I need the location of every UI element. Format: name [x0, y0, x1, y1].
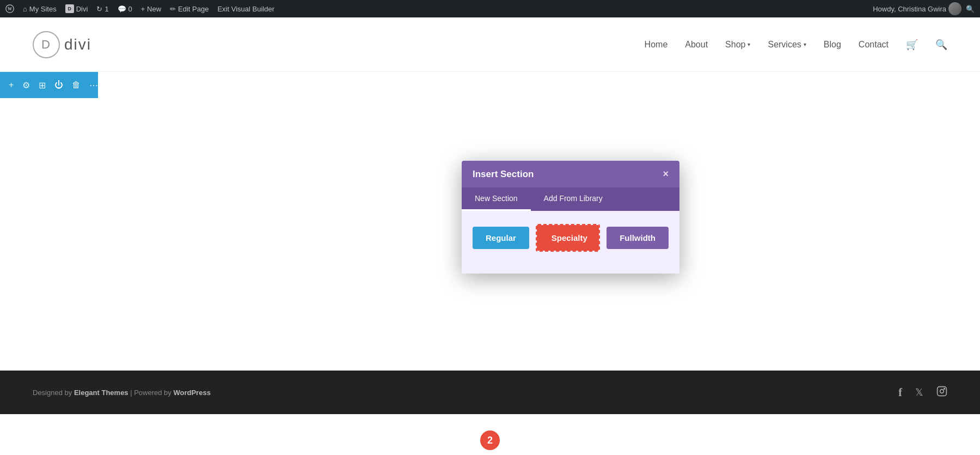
settings-icon[interactable]: ⚙ [22, 80, 30, 90]
more-options-icon[interactable]: ⋯ [89, 80, 98, 90]
my-sites-item[interactable]: ⌂ My Sites [23, 5, 57, 13]
step-badge-2: 2 [480, 430, 500, 450]
services-chevron-icon: ▾ [804, 41, 806, 47]
nav-about[interactable]: About [685, 40, 708, 50]
wordpress-icon: W [5, 4, 14, 13]
nav-services[interactable]: Services ▾ [768, 40, 806, 50]
power-icon[interactable]: ⏻ [54, 80, 63, 90]
builder-toolbar: + ⚙ ⊞ ⏻ 🗑 ⋯ [0, 72, 98, 98]
instagram-icon[interactable] [936, 386, 947, 399]
nav-shop[interactable]: Shop ▾ [725, 40, 750, 50]
updates-icon: ↻ [96, 5, 102, 13]
new-label: + New [141, 5, 161, 13]
modal-header: Insert Section × [462, 161, 679, 187]
user-item[interactable]: Howdy, Christina Gwira [873, 2, 961, 15]
logo-letter: D [41, 38, 51, 52]
nav-home-label: Home [645, 40, 668, 50]
search-icon: 🔍 [966, 5, 975, 13]
wordpress-link[interactable]: WordPress [173, 389, 210, 397]
nav-home[interactable]: Home [645, 40, 668, 50]
edit-page-item[interactable]: ✏ Edit Page [170, 5, 209, 13]
shop-chevron-icon: ▾ [748, 41, 750, 47]
exit-builder-item[interactable]: Exit Visual Builder [217, 5, 274, 13]
cart-icon[interactable]: 🛒 [906, 39, 918, 51]
add-from-library-tab-label: Add From Library [544, 194, 603, 203]
nav-blog[interactable]: Blog [824, 40, 841, 50]
edit-icon: ✏ [170, 5, 176, 13]
nav-about-label: About [685, 40, 708, 50]
updates-item[interactable]: ↻ 1 [96, 5, 108, 13]
fullwidth-section-button[interactable]: Fullwidth [607, 227, 669, 249]
specialty-group: Specialty [536, 224, 600, 252]
divi-label: Divi [76, 5, 88, 13]
add-section-icon[interactable]: + [9, 80, 14, 90]
modal-footer [462, 265, 679, 274]
specialty-section-button[interactable]: Specialty [537, 225, 600, 251]
header-search-icon[interactable]: 🔍 [935, 39, 947, 51]
svg-rect-2 [938, 386, 947, 396]
elegant-themes-link[interactable]: Elegant Themes [74, 389, 128, 397]
insert-section-modal: Insert Section × New Section Add From Li… [462, 161, 679, 274]
tab-new-section[interactable]: New Section [462, 187, 531, 211]
nav-shop-label: Shop [725, 40, 745, 50]
twitter-icon[interactable]: 𝕏 [915, 386, 923, 398]
nav-contact-label: Contact [859, 40, 889, 50]
home-icon: ⌂ [23, 5, 27, 13]
logo-circle: D [33, 31, 60, 58]
site-header: D divi Home About Shop ▾ Services ▾ Blog [0, 17, 980, 72]
admin-bar-right: Howdy, Christina Gwira 🔍 [873, 2, 975, 15]
exit-builder-label: Exit Visual Builder [217, 5, 274, 13]
comments-count: 0 [128, 5, 132, 13]
nav-services-label: Services [768, 40, 801, 50]
modal-tabs: New Section Add From Library [462, 187, 679, 211]
comments-item[interactable]: 💬 0 [118, 5, 132, 13]
wp-logo-item[interactable]: W [5, 4, 14, 13]
nav-contact[interactable]: Contact [859, 40, 889, 50]
site-footer: Designed by Elegant Themes | Powered by … [0, 371, 980, 414]
footer-text: Designed by Elegant Themes | Powered by … [33, 389, 211, 397]
page-below: 2 ••• [0, 414, 980, 455]
site-nav: Home About Shop ▾ Services ▾ Blog Contac… [645, 39, 947, 51]
logo-text: divi [64, 36, 91, 53]
footer-social: f 𝕏 [898, 386, 947, 399]
user-label: Howdy, Christina Gwira [873, 5, 946, 13]
svg-text:W: W [8, 7, 12, 11]
regular-section-button[interactable]: Regular [473, 227, 529, 249]
nav-blog-label: Blog [824, 40, 841, 50]
step2-label: 2 [487, 435, 493, 446]
avatar [948, 2, 961, 15]
my-sites-label: My Sites [29, 5, 57, 13]
layout-icon[interactable]: ⊞ [39, 80, 46, 90]
divi-icon: D [65, 4, 74, 13]
site-logo[interactable]: D divi [33, 31, 91, 58]
modal-title: Insert Section [473, 169, 534, 180]
new-section-tab-label: New Section [475, 194, 518, 203]
divi-item[interactable]: D Divi [65, 4, 88, 13]
svg-point-3 [940, 389, 944, 393]
search-item[interactable]: 🔍 [966, 5, 975, 13]
modal-body: Regular Specialty Fullwidth [462, 211, 679, 265]
trash-icon[interactable]: 🗑 [72, 80, 81, 90]
new-item[interactable]: + New [141, 5, 161, 13]
svg-point-4 [944, 388, 945, 389]
footer-prefix: Designed by [33, 389, 74, 397]
page-wrapper: W ⌂ My Sites D Divi ↻ 1 💬 0 + New ✏ Edit… [0, 0, 980, 455]
edit-page-label: Edit Page [178, 5, 209, 13]
footer-middle: | Powered by [128, 389, 174, 397]
updates-count: 1 [105, 5, 108, 13]
admin-bar: W ⌂ My Sites D Divi ↻ 1 💬 0 + New ✏ Edit… [0, 0, 980, 17]
tab-add-from-library[interactable]: Add From Library [531, 187, 616, 211]
comments-icon: 💬 [118, 5, 126, 13]
modal-close-button[interactable]: × [663, 168, 669, 180]
facebook-icon[interactable]: f [898, 386, 902, 399]
